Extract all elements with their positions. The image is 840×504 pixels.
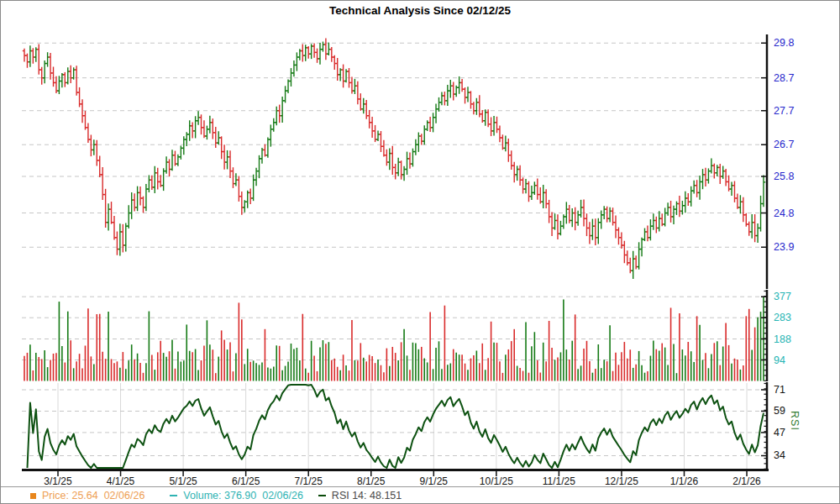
price-tick-label: 24.8 (774, 207, 794, 219)
rsi-tick-label: 47 (774, 427, 785, 438)
legend-rsi-value: 48.151 (370, 490, 402, 501)
chart-canvas: 29.828.727.726.725.824.823.9377283188947… (1, 1, 839, 503)
rsi-dash-icon (318, 495, 326, 496)
x-tick-label: 12/1/25 (605, 475, 638, 487)
legend-price-value: 25.64 (71, 490, 97, 501)
price-tick-label: 27.7 (774, 105, 794, 117)
volume-tick-label: 377 (774, 291, 791, 302)
x-tick-label: 2/1/26 (732, 475, 761, 487)
rsi-axis-title: RSI (789, 411, 801, 431)
legend-volume-label: Volume: (183, 490, 221, 501)
chart-window: Technical Analysis Since 02/12/25 29.828… (0, 0, 840, 504)
x-tick-label: 7/1/25 (295, 475, 323, 487)
price-tick-label: 29.8 (774, 37, 794, 49)
x-tick-label: 3/1/25 (44, 475, 72, 487)
rsi-tick-label: 59 (774, 405, 785, 417)
volume-tick-label: 283 (774, 312, 791, 323)
x-tick-label: 9/1/25 (420, 475, 449, 487)
x-tick-label: 4/1/25 (107, 475, 135, 487)
x-tick-label: 1/1/26 (670, 475, 699, 487)
legend-price-label: Price: (42, 490, 69, 501)
legend-volume-date: 02/06/26 (262, 490, 303, 501)
x-tick-label: 6/1/25 (232, 475, 260, 487)
x-tick-label: 11/1/25 (543, 475, 575, 487)
volume-dash-icon (170, 495, 177, 496)
rsi-tick-label: 34 (774, 449, 785, 461)
volume-tick-label: 188 (774, 333, 791, 345)
x-tick-label: 10/1/25 (480, 475, 513, 487)
price-ohlc-series (23, 38, 765, 279)
legend-volume: Volume: 376.90 02/06/26 (170, 490, 303, 501)
legend-rsi: RSI 14: 48.151 (318, 490, 402, 501)
legend-volume-value: 376.90 (224, 490, 256, 501)
x-tick-label: 5/1/25 (169, 475, 197, 487)
x-tick-label: 8/1/25 (357, 475, 386, 487)
price-tick-label: 23.9 (774, 241, 794, 253)
legend-price-date: 02/06/26 (104, 490, 145, 501)
price-swatch-icon (30, 493, 36, 499)
price-tick-label: 28.7 (774, 72, 794, 84)
legend-price: Price: 25.64 02/06/26 (30, 490, 144, 501)
legend: Price: 25.64 02/06/26 Volume: 376.90 02/… (1, 486, 839, 504)
volume-tick-label: 94 (774, 354, 785, 366)
price-tick-label: 25.8 (774, 171, 794, 182)
price-tick-label: 26.7 (774, 139, 794, 150)
legend-rsi-label: RSI 14: (332, 490, 367, 501)
rsi-tick-label: 71 (774, 384, 785, 396)
